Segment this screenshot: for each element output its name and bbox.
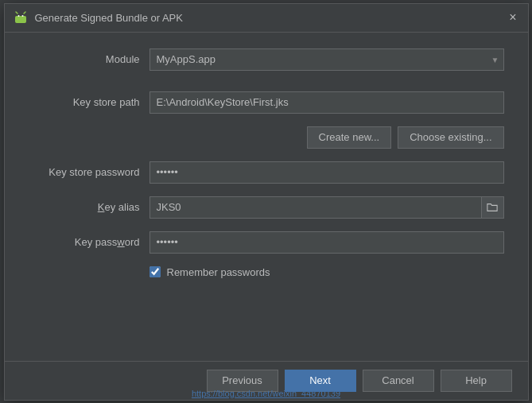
key-password-row: Key password: [29, 231, 504, 254]
choose-existing-button[interactable]: Choose existing...: [398, 126, 503, 149]
key-alias-folder-button[interactable]: [482, 196, 504, 219]
title-bar-left: Generate Signed Bundle or APK: [13, 10, 183, 25]
remember-passwords-row: Remember passwords: [150, 266, 504, 278]
folder-icon: [487, 202, 498, 213]
keystore-path-row: Key store path: [29, 91, 504, 114]
svg-rect-1: [17, 19, 19, 22]
key-alias-label: Key alias: [29, 201, 140, 213]
keystore-password-label: Key store password: [29, 166, 140, 178]
keystore-buttons-row: Create new... Choose existing...: [150, 126, 504, 149]
keystore-password-row: Key store password: [29, 161, 504, 184]
android-icon: [13, 10, 29, 25]
create-new-button[interactable]: Create new...: [307, 126, 392, 149]
keystore-path-label: Key store path: [29, 96, 140, 108]
close-button[interactable]: ×: [506, 10, 519, 25]
key-alias-row: Key alias: [29, 196, 504, 219]
key-alias-input-group: [150, 196, 504, 219]
watermark: https://blog.csdn.net/weixin_44870139: [192, 389, 340, 398]
key-alias-input[interactable]: [150, 196, 482, 219]
dialog-title: Generate Signed Bundle or APK: [35, 12, 183, 24]
svg-line-5: [16, 12, 17, 14]
svg-point-3: [17, 15, 19, 17]
module-select[interactable]: MyAppS.app: [150, 48, 504, 71]
footer: Previous Next Cancel Help https://blog.c…: [5, 361, 528, 400]
svg-line-6: [24, 12, 25, 14]
dialog: Generate Signed Bundle or APK × Module M…: [4, 3, 529, 401]
svg-point-4: [21, 15, 23, 17]
keystore-password-input[interactable]: [150, 161, 504, 184]
key-password-label: Key password: [29, 236, 140, 248]
cancel-button[interactable]: Cancel: [363, 370, 434, 392]
svg-rect-0: [15, 16, 26, 23]
module-row: Module MyAppS.app ▼: [29, 48, 504, 71]
remember-passwords-checkbox[interactable]: [150, 266, 161, 277]
svg-rect-2: [22, 19, 24, 22]
module-label: Module: [29, 53, 140, 65]
help-button[interactable]: Help: [441, 370, 512, 392]
key-password-input[interactable]: [150, 231, 504, 254]
module-select-wrapper: MyAppS.app ▼: [150, 48, 504, 71]
remember-passwords-label[interactable]: Remember passwords: [167, 266, 270, 278]
keystore-path-input[interactable]: [150, 91, 504, 114]
title-bar: Generate Signed Bundle or APK ×: [5, 4, 528, 33]
form-content: Module MyAppS.app ▼ Key store path Creat…: [5, 33, 528, 361]
